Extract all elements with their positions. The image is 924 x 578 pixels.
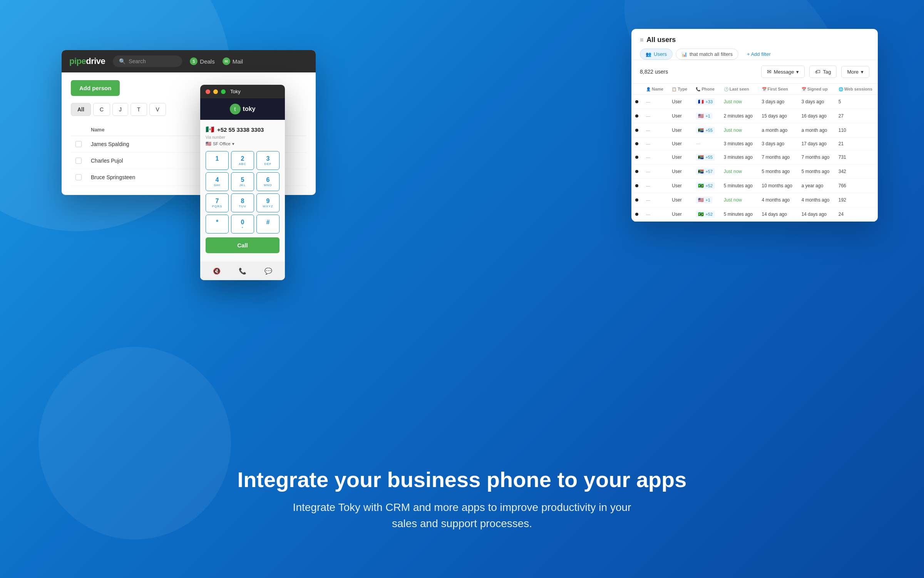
dial-key-3[interactable]: 3DEF [256, 151, 280, 170]
filter-tab-t[interactable]: T [131, 103, 147, 116]
col-header-name: 👤Name [642, 84, 668, 95]
dial-key-7[interactable]: 7PQRS [206, 193, 229, 212]
dial-key-0[interactable]: 0+ [231, 215, 254, 234]
pipedrive-search-bar[interactable]: 🔍 Search [113, 55, 182, 67]
more-button[interactable]: More ▾ [841, 66, 869, 78]
row-phone: 🇧🇷+52 [692, 207, 720, 222]
users-table-row[interactable]: — User 🇿🇦+55 Just now a month ago a mont… [631, 123, 878, 138]
message-icon[interactable]: 💬 [263, 265, 274, 276]
dial-key-#[interactable]: # [256, 215, 280, 234]
dial-key-5[interactable]: 5JKL [231, 172, 254, 191]
row-signed-up: 4 months ago [798, 193, 835, 207]
phone-icon[interactable]: 📞 [237, 265, 248, 276]
row-status [631, 109, 642, 123]
row-sessions: 5 [835, 95, 878, 109]
message-button[interactable]: ✉ Message ▾ [761, 66, 805, 78]
tag-button[interactable]: 🏷 Tag [809, 66, 837, 78]
dial-key-6[interactable]: 6MNO [256, 172, 280, 191]
message-btn-label: Message [774, 69, 794, 75]
row-last-seen: Just now [720, 165, 758, 179]
contact-name: Bruce Springsteen [86, 169, 199, 186]
users-table-row[interactable]: — User 🇫🇷+33 Just now 3 days ago 3 days … [631, 95, 878, 109]
search-placeholder: Search [129, 58, 146, 64]
row-checkbox[interactable] [71, 153, 86, 169]
add-filter-label: + Add filter [747, 51, 771, 57]
users-count: 8,822 users [640, 69, 757, 75]
dial-key-2[interactable]: 2ABC [231, 151, 254, 170]
row-checkbox[interactable] [71, 136, 86, 153]
col-header-signed-up: 📅Signed up [798, 84, 835, 95]
users-table-row[interactable]: — User 🇿🇦+55 3 minutes ago 7 months ago … [631, 150, 878, 165]
row-sessions: 110 [835, 123, 878, 138]
row-status [631, 150, 642, 165]
row-sessions: 766 [835, 179, 878, 193]
row-phone: 🇺🇸+1 [692, 109, 720, 123]
toky-number-row: 🇲🇽 +52 55 3338 3303 [206, 125, 280, 134]
status-col-header [631, 84, 642, 95]
users-table-row[interactable]: — User — 3 minutes ago 3 days ago 17 day… [631, 138, 878, 150]
nav-item-mail[interactable]: ✉ Mail [223, 57, 243, 65]
col-header-phone: 📞Phone [692, 84, 720, 95]
row-signed-up: 17 days ago [798, 138, 835, 150]
col-header-web-sessions: 🌐Web sessions [835, 84, 878, 95]
nav-item-deals[interactable]: $ Deals [190, 57, 214, 65]
users-table-row[interactable]: — User 🇧🇷+52 5 minutes ago 10 months ago… [631, 179, 878, 193]
dial-key-*[interactable]: * [206, 215, 229, 234]
phone-badge: 🇧🇷+52 [696, 211, 715, 218]
filter-tab-v[interactable]: V [149, 103, 166, 116]
row-first-seen: 7 months ago [758, 150, 798, 165]
filter-chip-add[interactable]: + Add filter [742, 49, 776, 59]
main-headline: Integrate your business phone to your ap… [0, 468, 924, 492]
online-dot [635, 198, 638, 202]
online-dot [635, 184, 638, 187]
users-table-row[interactable]: — User 🇺🇸+1 Just now 4 months ago 4 mont… [631, 193, 878, 207]
row-name: — [642, 138, 668, 150]
window-maximize-dot[interactable] [221, 89, 226, 94]
message-btn-icon: ✉ [767, 69, 772, 75]
row-name: — [642, 165, 668, 179]
row-first-seen: 3 days ago [758, 138, 798, 150]
filter-tab-all[interactable]: All [71, 103, 91, 116]
filter-tab-j[interactable]: J [112, 103, 128, 116]
row-name: — [642, 179, 668, 193]
row-phone: — [692, 138, 720, 150]
filter-tab-c[interactable]: C [93, 103, 110, 116]
row-last-seen: 3 minutes ago [720, 150, 758, 165]
dial-key-8[interactable]: 8TUV [231, 193, 254, 212]
toky-phone-number: +52 55 3338 3303 [217, 126, 264, 133]
tag-btn-icon: 🏷 [815, 69, 820, 75]
filter-chip-users[interactable]: 👥 Users [640, 49, 673, 60]
mute-icon[interactable]: 🔇 [211, 265, 222, 276]
dial-key-1[interactable]: 1 [206, 151, 229, 170]
row-type: User [668, 165, 692, 179]
row-type: User [668, 109, 692, 123]
add-person-button[interactable]: Add person [71, 80, 120, 96]
filter-chip-match[interactable]: 📊 that match all filters [676, 49, 738, 60]
row-phone: 🇿🇦+57 [692, 165, 720, 179]
row-sessions: 21 [835, 138, 878, 150]
row-signed-up: a year ago [798, 179, 835, 193]
online-dot [635, 142, 638, 145]
row-name: — [642, 193, 668, 207]
row-type: User [668, 179, 692, 193]
pipedrive-topbar: pipedrive 🔍 Search $ Deals ✉ Mail [62, 50, 316, 72]
row-phone: 🇺🇸+1 [692, 193, 720, 207]
row-checkbox[interactable] [71, 169, 86, 186]
dial-key-4[interactable]: 4GHI [206, 172, 229, 191]
users-table-row[interactable]: — User 🇺🇸+1 2 minutes ago 15 days ago 16… [631, 109, 878, 123]
online-dot [635, 170, 638, 173]
window-close-dot[interactable] [206, 89, 210, 94]
row-status [631, 179, 642, 193]
col-header-type: 📋Type [668, 84, 692, 95]
row-status [631, 123, 642, 138]
row-last-seen: Just now [720, 193, 758, 207]
call-button[interactable]: Call [206, 237, 280, 253]
row-first-seen: 4 months ago [758, 193, 798, 207]
dial-key-9[interactable]: 9WXYZ [256, 193, 280, 212]
toky-footer: 🔇 📞 💬 [200, 262, 285, 280]
toky-window: Toky t toky 🇲🇽 +52 55 3338 3303 Via numb… [200, 85, 285, 280]
users-table-row[interactable]: — User 🇧🇷+52 5 minutes ago 14 days ago 1… [631, 207, 878, 222]
window-minimize-dot[interactable] [213, 89, 218, 94]
users-table: 👤Name📋Type📞Phone🕐Last seen📅First Seen📅Si… [631, 84, 878, 222]
users-table-row[interactable]: — User 🇿🇦+57 Just now 5 months ago 5 mon… [631, 165, 878, 179]
